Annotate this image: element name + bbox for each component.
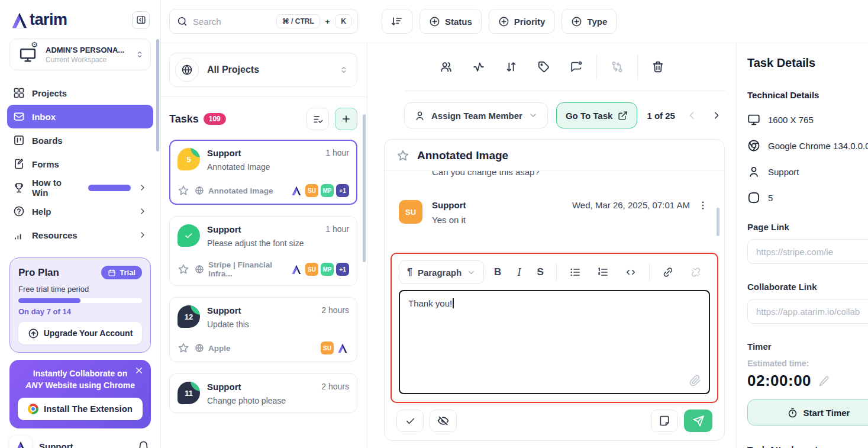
star-icon[interactable] (178, 263, 189, 275)
start-timer-button[interactable]: Start Timer (747, 399, 868, 426)
task-card[interactable]: 11 Support Change photo please 2 hours (169, 373, 357, 413)
promo-line1: Instantly Collaborate on (33, 369, 127, 378)
browser-row: Google Chrome 134.0.0.0 (747, 139, 868, 152)
page-link-input[interactable] (747, 239, 868, 264)
go-to-task-button[interactable]: Go To Task (556, 102, 637, 128)
workspace-subtitle: Current Workspace (46, 56, 124, 64)
message-menu-button[interactable]: ⋮ (696, 201, 710, 210)
task-detail-card: Annotated Image Can you change this asap… (384, 139, 725, 441)
sidebar-item-resources[interactable]: Resources (7, 223, 153, 247)
comment-status-button[interactable] (564, 56, 589, 78)
status-filter-button[interactable]: Status (420, 9, 482, 34)
bullet-list-button[interactable] (563, 263, 587, 282)
task-card[interactable]: Support Please adjust the font size 1 ho… (169, 216, 357, 286)
block-type-dropdown[interactable]: ¶ Paragraph (399, 260, 484, 284)
chevron-right-icon (711, 109, 722, 121)
compare-button[interactable] (605, 56, 630, 78)
assign-team-member-dropdown[interactable]: Assign Team Member (404, 102, 548, 128)
task-avatars: SU MP +1 (290, 263, 349, 276)
task-detail-header: Annotated Image (385, 140, 724, 171)
sidebar-item-how-to-win[interactable]: How to Win (7, 176, 153, 199)
bold-button[interactable]: B (488, 263, 507, 282)
task-time: 2 hours (321, 382, 349, 391)
hide-from-client-button[interactable] (430, 410, 457, 432)
sidebar-item-forms[interactable]: Forms (7, 152, 153, 176)
sidebar-item-help[interactable]: Help (7, 199, 153, 223)
close-icon[interactable] (134, 366, 144, 375)
chrome-extension-promo: Instantly Collaborate on ANY Website usi… (9, 360, 151, 428)
sort-button[interactable] (382, 9, 412, 34)
unlink-button[interactable] (684, 263, 708, 282)
check-icon (405, 415, 416, 427)
task-list-scrollbar[interactable] (363, 114, 366, 262)
italic-button[interactable]: I (511, 263, 527, 282)
task-description: Change photo please (207, 396, 286, 405)
link-button[interactable] (656, 263, 680, 282)
note-icon (659, 415, 670, 427)
chat-scrollbar[interactable] (717, 208, 719, 236)
delete-task-button[interactable] (646, 56, 670, 78)
filter-bar: Status Priority Type (367, 9, 617, 34)
task-card[interactable]: 5 Support Annotated Image 1 hour (169, 140, 357, 205)
next-task-button[interactable] (708, 107, 725, 124)
task-sort-button[interactable] (306, 108, 329, 130)
star-icon[interactable] (178, 342, 189, 354)
task-actions-toolbar (367, 43, 736, 91)
search-input[interactable] (193, 17, 271, 27)
ordered-list-icon (597, 266, 609, 278)
chrome-outline-icon (747, 139, 760, 152)
send-button[interactable] (684, 410, 712, 432)
previous-task-button[interactable] (683, 107, 700, 124)
sidebar-item-projects[interactable]: Projects (7, 81, 153, 105)
pagination-label: 1 of 25 (647, 111, 675, 121)
bell-icon[interactable] (137, 440, 150, 448)
user-icon (414, 110, 425, 121)
arrows-up-down-icon (505, 60, 518, 73)
ordered-list-button[interactable] (591, 263, 615, 282)
sidebar-item-boards[interactable]: Boards (7, 128, 153, 152)
collapse-sidebar-button[interactable] (132, 11, 150, 29)
sidebar-item-inbox[interactable]: Inbox (7, 105, 153, 128)
user-value: Support (768, 167, 799, 177)
task-count-badge: 12 (178, 305, 200, 328)
chat-thread[interactable]: Can you change this asap? SU Support Wed… (385, 171, 724, 249)
globe-icon (195, 343, 204, 353)
resolve-button[interactable] (396, 410, 424, 432)
search-zone: ⌘ / CTRL + K (161, 9, 367, 34)
task-cards: 5 Support Annotated Image 1 hour (161, 140, 367, 413)
star-icon[interactable] (178, 185, 189, 196)
type-filter-button[interactable]: Type (562, 9, 617, 34)
tasks-title: Tasks (169, 113, 199, 125)
tag-button[interactable] (531, 56, 556, 78)
trash-icon (651, 60, 664, 73)
squircle-icon (747, 191, 760, 204)
assign-team-member-label: Assign Team Member (431, 111, 522, 121)
atarim-avatar[interactable] (9, 436, 32, 448)
status-filter-label: Status (445, 17, 472, 27)
avatar: MP (321, 263, 334, 276)
task-card[interactable]: 12 Support Update this 2 hours (169, 297, 357, 362)
star-icon[interactable] (396, 149, 409, 162)
upgrade-account-button[interactable]: Upgrade Your Account (18, 322, 142, 344)
priority-sort-button[interactable] (499, 56, 524, 78)
sidebar-scrollbar[interactable] (156, 39, 159, 152)
assign-users-button[interactable] (434, 56, 459, 78)
collaborate-link-input[interactable] (747, 299, 868, 324)
internal-note-button[interactable] (651, 410, 678, 432)
workspace-selector[interactable]: ⚙ ADMIN'S PERSONA... Current Workspace (9, 38, 151, 70)
project-filter-select[interactable]: All Projects (169, 53, 357, 87)
reply-textarea[interactable]: Thank you! (399, 290, 710, 394)
strikethrough-button[interactable]: S (531, 263, 549, 282)
support-label[interactable]: Support (39, 441, 73, 448)
trial-badge: Trial (101, 266, 142, 279)
activity-button[interactable] (466, 56, 491, 78)
code-button[interactable] (619, 263, 643, 282)
task-list-panel: All Projects Tasks 109 (161, 43, 367, 448)
install-extension-button[interactable]: Install The Extension (18, 398, 143, 420)
paperclip-icon[interactable] (689, 374, 702, 387)
add-task-button[interactable] (335, 108, 357, 130)
sidebar-item-label: Forms (32, 159, 59, 169)
priority-filter-button[interactable]: Priority (489, 9, 555, 34)
avatar: MP (321, 184, 334, 197)
pencil-icon[interactable] (818, 375, 830, 387)
